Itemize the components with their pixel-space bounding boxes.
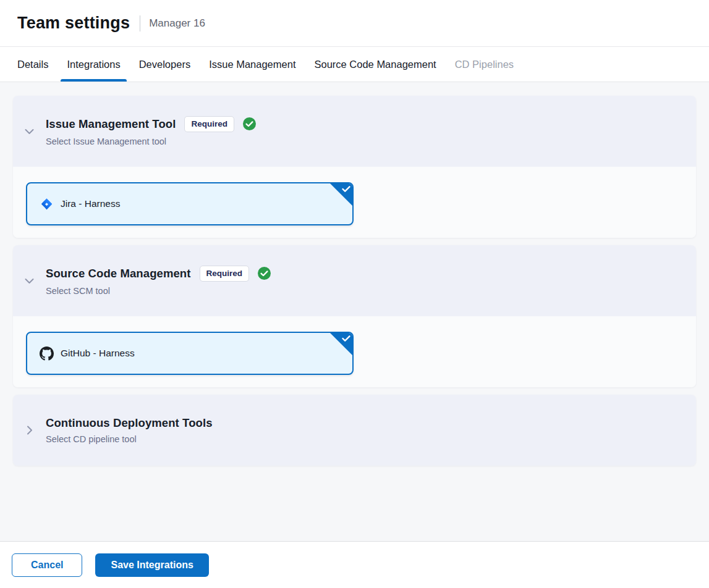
completed-check-icon (243, 117, 256, 130)
completed-check-icon (258, 267, 271, 280)
jira-icon (40, 197, 54, 211)
section-source-code-management: Source Code Management Required Select S… (13, 245, 696, 387)
page-header: Team settings Manager 16 (0, 0, 709, 47)
section-subtitle: Select CD pipeline tool (46, 434, 213, 444)
github-icon (40, 346, 54, 361)
selected-check-icon (329, 332, 353, 356)
tab-bar: Details Integrations Developers Issue Ma… (0, 47, 709, 82)
section-cd-header[interactable]: Continuous Deployment Tools Select CD pi… (13, 395, 696, 466)
section-issue-management-tool: Issue Management Tool Required Select Is… (13, 96, 696, 238)
section-subtitle: Select Issue Management tool (46, 136, 256, 146)
save-integrations-button[interactable]: Save Integrations (95, 553, 208, 577)
required-badge: Required (200, 266, 250, 282)
tool-card-jira-harness[interactable]: Jira - Harness (26, 182, 354, 225)
team-settings-page: Team settings Manager 16 Details Integra… (0, 0, 709, 588)
chevron-down-icon (13, 278, 46, 284)
tool-card-label: Jira - Harness (61, 198, 120, 209)
section-continuous-deployment-tools: Continuous Deployment Tools Select CD pi… (13, 395, 696, 466)
required-badge: Required (184, 116, 234, 133)
section-issue-management-body: Jira - Harness (13, 167, 696, 238)
section-subtitle: Select SCM tool (46, 286, 271, 296)
chevron-down-icon (13, 128, 46, 135)
tab-source-code-management[interactable]: Source Code Management (308, 47, 442, 82)
integrations-content: Issue Management Tool Required Select Is… (0, 82, 709, 541)
selected-check-icon (329, 183, 353, 206)
page-title: Team settings (17, 14, 130, 33)
section-scm-header[interactable]: Source Code Management Required Select S… (13, 245, 696, 316)
tool-card-github-harness[interactable]: GitHub - Harness (26, 332, 354, 375)
tab-developers[interactable]: Developers (133, 47, 197, 82)
section-title: Continuous Deployment Tools (46, 416, 213, 430)
cancel-button[interactable]: Cancel (12, 553, 82, 577)
title-divider (140, 15, 140, 32)
tab-cd-pipelines: CD Pipelines (449, 47, 520, 82)
section-title: Issue Management Tool (46, 117, 176, 131)
tab-details[interactable]: Details (11, 47, 54, 82)
section-title: Source Code Management (46, 267, 191, 280)
tool-card-label: GitHub - Harness (61, 348, 135, 359)
section-scm-body: GitHub - Harness (13, 316, 696, 387)
section-issue-management-header[interactable]: Issue Management Tool Required Select Is… (13, 96, 696, 167)
footer-action-bar: Cancel Save Integrations (0, 541, 709, 588)
tab-issue-management[interactable]: Issue Management (203, 47, 302, 82)
page-subtitle: Manager 16 (149, 17, 205, 30)
chevron-right-icon (13, 426, 46, 435)
tab-integrations[interactable]: Integrations (61, 47, 126, 82)
